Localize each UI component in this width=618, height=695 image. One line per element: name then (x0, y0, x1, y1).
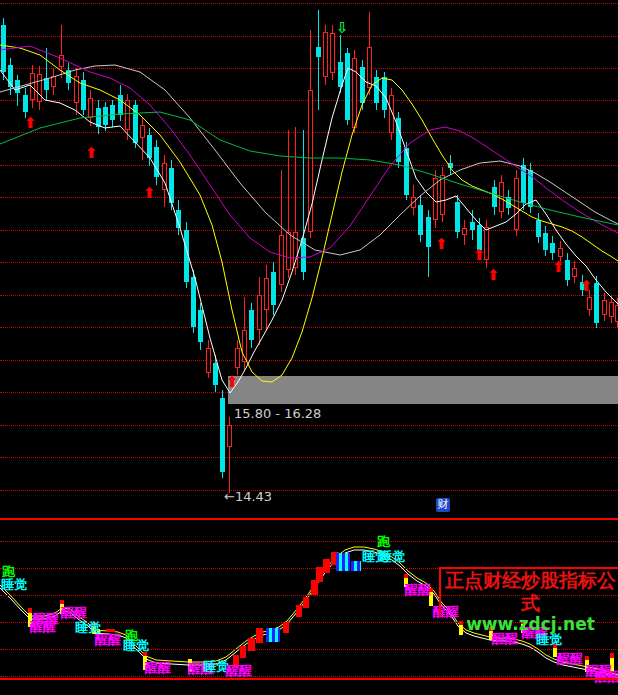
signal-bar (283, 622, 289, 633)
panel-divider (0, 518, 618, 520)
grid-line (0, 541, 618, 542)
signal-block (336, 553, 350, 571)
bottom-border (0, 678, 618, 680)
signal-label: 醒醒 (557, 652, 583, 665)
signal-label: 醒醒 (30, 620, 56, 633)
watermark-url: www.zdcj.net (441, 615, 618, 633)
signal-label: 醒醒 (405, 583, 431, 596)
signal-bar (311, 580, 318, 595)
signal-label: 睡觉 (536, 633, 562, 646)
signal-label: 醒醒 (226, 664, 252, 677)
signal-label: 睡觉 (1, 578, 27, 591)
signal-bar (303, 597, 309, 608)
signal-bar (256, 628, 263, 643)
low-price-label: ←14.43 (224, 489, 272, 504)
signal-bar (323, 559, 330, 573)
signal-block (351, 561, 361, 571)
signal-label: 醒醒 (595, 670, 618, 683)
signal-bar (316, 567, 323, 582)
band-range-label: 15.80 - 16.28 (234, 406, 321, 421)
signal-bar (296, 605, 302, 617)
watermark-title: 正点财经炒股指标公式 (441, 569, 618, 615)
stock-chart-app: ⬆⬆⬆⬆⬆⬆⬆⬆⬆⇩ 15.80 - 16.28 ←14.43 财 跑睡觉醒醒醒… (0, 0, 618, 695)
signal-label: 睡觉 (379, 550, 405, 563)
grid-line (0, 649, 618, 650)
signal-label: 醒醒 (145, 661, 171, 674)
cai-badge: 财 (436, 498, 450, 512)
watermark: 正点财经炒股指标公式 www.zdcj.net (439, 567, 618, 616)
signal-bar (248, 638, 255, 651)
signal-label: 睡觉 (123, 639, 149, 652)
signal-bar (240, 646, 246, 658)
signal-label: 跑 (377, 535, 390, 548)
signal-label: 醒醒 (61, 606, 87, 619)
signal-block (266, 628, 280, 642)
signal-label: 醒醒 (95, 633, 121, 646)
grid-line (0, 676, 618, 677)
